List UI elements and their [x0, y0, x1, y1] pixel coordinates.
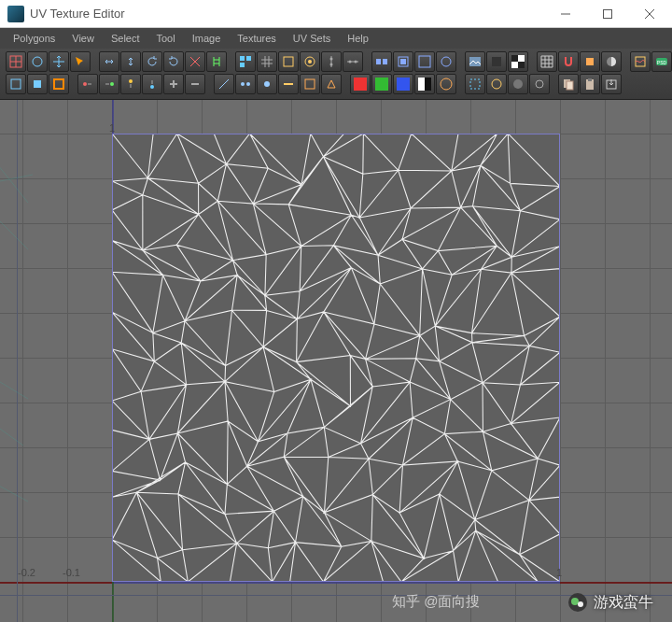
dim-icon[interactable] [486, 51, 507, 72]
merge-1-icon[interactable] [235, 74, 256, 94]
snap-together-icon[interactable] [371, 51, 392, 72]
col-bw-icon[interactable] [414, 74, 435, 94]
iso2-icon[interactable] [529, 74, 550, 94]
uv-lattice-icon[interactable] [6, 51, 26, 72]
psd-icon[interactable]: PSD [651, 51, 672, 72]
tick-u-1: 1 [556, 567, 562, 578]
close-button[interactable] [628, 0, 670, 27]
tex-border-icon[interactable] [465, 74, 485, 94]
svg-rect-29 [492, 57, 501, 66]
optimize-icon[interactable] [321, 74, 342, 94]
toolbar-row-1: PSD 0.000 0.000 [6, 51, 666, 72]
svg-point-47 [246, 82, 250, 86]
wechat-icon [567, 592, 588, 613]
shell-select-icon[interactable] [6, 74, 26, 94]
shade-edges-icon[interactable] [436, 74, 456, 94]
normalize-icon[interactable] [393, 51, 413, 72]
svg-point-17 [330, 58, 333, 61]
window: UV Texture Editor Polygons View Select T… [0, 0, 672, 622]
unitize-icon[interactable] [414, 51, 435, 72]
copy-icon[interactable] [558, 74, 579, 94]
menu-uvsets[interactable]: UV Sets [286, 31, 338, 46]
tick-v-1: 1 [109, 122, 115, 134]
col-b-icon[interactable] [393, 74, 413, 94]
uv-smudge-icon[interactable] [27, 51, 48, 72]
shade-icon[interactable] [601, 51, 622, 72]
svg-text:PSD: PSD [657, 60, 667, 65]
svg-rect-1 [603, 9, 611, 18]
minimize-button[interactable] [544, 0, 586, 27]
uv-select-icon[interactable] [70, 51, 91, 72]
svg-rect-54 [418, 78, 425, 91]
unfold-icon[interactable] [278, 51, 299, 72]
menu-help[interactable]: Help [340, 31, 376, 46]
menu-tool[interactable]: Tool [149, 31, 183, 46]
grow-sel-icon[interactable] [163, 74, 184, 94]
convert1-icon[interactable] [77, 74, 98, 94]
rotate-ccw-icon[interactable] [142, 51, 162, 72]
uv-move-icon[interactable] [49, 51, 69, 72]
grid-toggle-icon[interactable] [537, 51, 557, 72]
svg-rect-57 [470, 79, 480, 89]
uv-unit-square [112, 134, 560, 582]
snap-icon[interactable] [558, 51, 579, 72]
export-icon[interactable] [601, 74, 622, 94]
uv-viewport[interactable]: 1 -0.2 -0.1 1 知乎 @面向搜 游戏蛮牛 [0, 100, 672, 622]
menu-polygons[interactable]: Polygons [6, 31, 63, 46]
svg-point-18 [330, 64, 333, 66]
svg-point-72 [571, 598, 579, 605]
toolbar-row-2 [6, 74, 666, 94]
svg-point-43 [129, 79, 133, 83]
menu-textures[interactable]: Textures [230, 31, 284, 46]
svg-point-21 [355, 61, 357, 64]
svg-point-27 [441, 57, 451, 66]
split-icon[interactable] [214, 74, 234, 94]
straighten-icon[interactable] [278, 74, 299, 94]
svg-rect-13 [284, 57, 293, 66]
border-select-icon[interactable] [49, 74, 69, 94]
iso1-icon[interactable] [508, 74, 528, 94]
svg-point-41 [83, 82, 87, 86]
shrink-sel-icon[interactable] [185, 74, 205, 94]
svg-point-7 [33, 57, 42, 66]
flip-u-icon[interactable] [99, 51, 119, 72]
sew-uv-icon[interactable] [206, 51, 227, 72]
menu-select[interactable]: Select [104, 31, 147, 46]
flip-v-icon[interactable] [120, 51, 141, 72]
winding-icon[interactable] [486, 74, 507, 94]
svg-point-48 [264, 81, 270, 87]
cycle-icon[interactable] [436, 51, 456, 72]
distortion-icon[interactable] [630, 51, 651, 72]
svg-point-20 [349, 61, 352, 64]
convert4-icon[interactable] [142, 74, 162, 94]
svg-rect-61 [567, 81, 573, 90]
grid-icon[interactable] [257, 51, 277, 72]
layout-icon[interactable] [235, 51, 256, 72]
menu-image[interactable]: Image [185, 31, 229, 46]
svg-rect-23 [383, 59, 387, 64]
merge-2-icon[interactable] [257, 74, 277, 94]
relax-icon[interactable] [300, 51, 320, 72]
align-v-icon[interactable] [343, 51, 363, 72]
col-r-icon[interactable] [350, 74, 371, 94]
cut-uv-icon[interactable] [185, 51, 205, 72]
col-g-icon[interactable] [371, 74, 392, 94]
convert3-icon[interactable] [120, 74, 141, 94]
svg-point-58 [513, 79, 523, 89]
align-u-icon[interactable] [321, 51, 342, 72]
maximize-button[interactable] [586, 0, 628, 27]
svg-rect-52 [375, 78, 388, 91]
unfold-sel-icon[interactable] [300, 74, 320, 94]
image-icon[interactable] [465, 51, 485, 72]
svg-point-44 [150, 85, 154, 89]
u-axis-line [0, 582, 672, 584]
paste-icon[interactable] [580, 74, 600, 94]
rotate-cw-icon[interactable] [163, 51, 184, 72]
px-snap-icon[interactable] [580, 51, 600, 72]
face-select-icon[interactable] [27, 74, 48, 94]
svg-rect-22 [376, 59, 381, 64]
checker-icon[interactable] [508, 51, 528, 72]
menu-view[interactable]: View [64, 31, 102, 46]
svg-rect-51 [354, 78, 367, 91]
convert2-icon[interactable] [99, 74, 119, 94]
